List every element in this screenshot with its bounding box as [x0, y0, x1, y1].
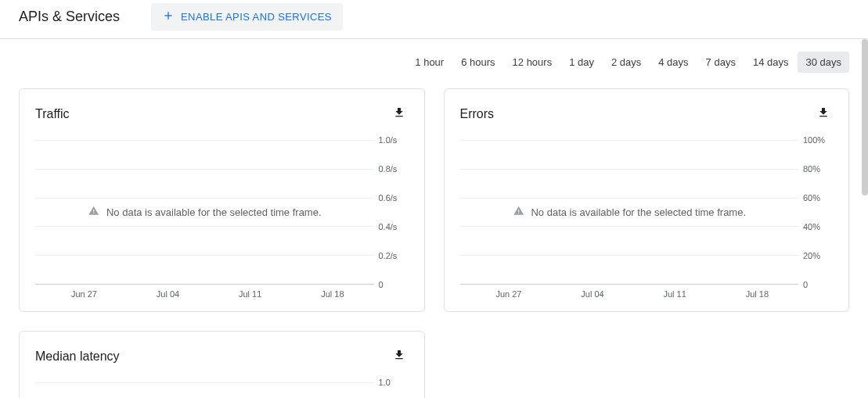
y-tick: 0.6/s [379, 193, 398, 203]
page-title: APIs & Services [19, 9, 120, 25]
latency-chart-title: Median latency [35, 350, 120, 364]
time-range-12hours[interactable]: 12 hours [505, 52, 560, 73]
charts-grid: Traffic [19, 88, 849, 398]
latency-chart-card: Median latency 1.0 0.8 [19, 331, 425, 398]
traffic-y-axis: 1.0/s 0.8/s 0.6/s 0.4/s 0.2/s 0 [374, 140, 409, 285]
y-tick: 80% [803, 164, 820, 174]
x-tick: Jul 04 [157, 289, 179, 299]
errors-x-axis: Jun 27 Jul 04 Jul 11 Jul 18 [460, 285, 834, 299]
traffic-plot-area: No data is available for the selected ti… [35, 140, 374, 285]
x-tick: Jun 27 [495, 289, 521, 299]
y-tick: 0.2/s [379, 251, 398, 260]
download-icon [393, 352, 405, 364]
traffic-chart-card: Traffic [19, 88, 425, 312]
y-tick: 20% [803, 251, 820, 260]
plus-icon [162, 9, 175, 24]
traffic-x-axis: Jun 27 Jul 04 Jul 11 Jul 18 [35, 285, 409, 299]
time-range-6hours[interactable]: 6 hours [453, 52, 502, 73]
y-tick: 1.0/s [379, 135, 398, 145]
traffic-download-button[interactable] [390, 103, 409, 124]
header-bar: APIs & Services ENABLE APIS AND SERVICES [0, 0, 868, 39]
y-tick: 0 [803, 280, 808, 289]
latency-plot-area [35, 382, 374, 398]
latency-download-button[interactable] [390, 346, 409, 367]
content-area: 1 hour 6 hours 12 hours 1 day 2 days 4 d… [0, 39, 868, 398]
enable-apis-label: ENABLE APIS AND SERVICES [181, 11, 332, 23]
time-range-1day[interactable]: 1 day [561, 52, 602, 73]
x-tick: Jul 11 [239, 289, 261, 299]
x-tick: Jul 04 [581, 289, 603, 299]
errors-chart-body: No data is available for the selected ti… [460, 140, 834, 285]
errors-no-data: No data is available for the selected ti… [512, 206, 746, 219]
warning-icon [88, 206, 100, 219]
errors-no-data-text: No data is available for the selected ti… [531, 206, 746, 218]
enable-apis-button[interactable]: ENABLE APIS AND SERVICES [151, 3, 343, 30]
traffic-chart-title: Traffic [35, 107, 70, 121]
x-tick: Jul 11 [664, 289, 686, 299]
y-tick: 1.0 [379, 378, 391, 387]
time-range-30days[interactable]: 30 days [798, 52, 849, 73]
errors-download-button[interactable] [814, 103, 833, 124]
errors-chart-title: Errors [460, 107, 495, 121]
time-range-selector: 1 hour 6 hours 12 hours 1 day 2 days 4 d… [19, 52, 849, 73]
errors-y-axis: 100% 80% 60% 40% 20% 0 [798, 140, 833, 285]
y-tick: 0 [379, 280, 384, 289]
errors-plot-area: No data is available for the selected ti… [460, 140, 799, 285]
y-tick: 0.4/s [379, 222, 398, 231]
x-tick: Jul 18 [746, 289, 769, 299]
time-range-4days[interactable]: 4 days [650, 52, 696, 73]
time-range-2days[interactable]: 2 days [603, 52, 649, 73]
y-tick: 40% [803, 222, 820, 231]
y-tick: 100% [803, 135, 825, 145]
vertical-scrollbar[interactable] [862, 39, 868, 195]
errors-chart-card: Errors [444, 88, 850, 312]
time-range-14days[interactable]: 14 days [745, 52, 797, 73]
latency-chart-body: 1.0 0.8 [35, 382, 409, 398]
x-tick: Jul 18 [321, 289, 344, 299]
x-tick: Jun 27 [71, 289, 97, 299]
traffic-chart-body: No data is available for the selected ti… [35, 140, 409, 285]
y-tick: 60% [803, 193, 820, 203]
download-icon [817, 109, 830, 121]
latency-y-axis: 1.0 0.8 [374, 382, 409, 398]
warning-icon [512, 206, 524, 219]
time-range-7days[interactable]: 7 days [698, 52, 744, 73]
traffic-no-data: No data is available for the selected ti… [88, 206, 322, 219]
download-icon [393, 109, 405, 121]
y-tick: 0.8/s [379, 164, 398, 174]
traffic-no-data-text: No data is available for the selected ti… [106, 206, 322, 218]
time-range-1hour[interactable]: 1 hour [407, 52, 452, 73]
